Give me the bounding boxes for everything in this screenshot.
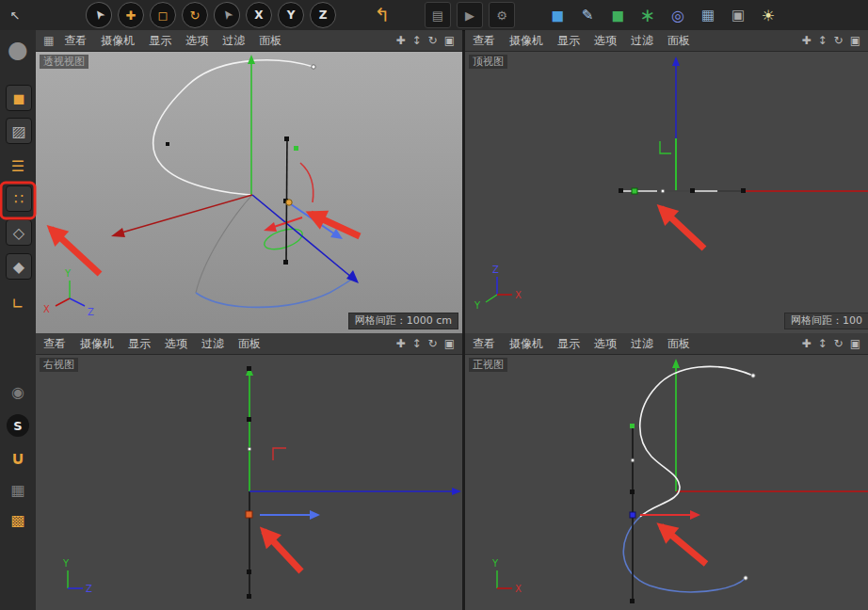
make-editable-icon[interactable]: ●	[3, 34, 33, 64]
array-object-icon[interactable]: ∗	[635, 3, 660, 27]
rotate-view-icon[interactable]: ↻	[428, 337, 438, 350]
viewport-canvas-top[interactable]: Z Y X 顶视图 网格间距：100	[465, 52, 868, 333]
menu-camera[interactable]: 摄像机	[509, 33, 543, 49]
selected-point[interactable]	[294, 146, 298, 151]
subdivision-surface-icon[interactable]: ◼	[605, 3, 630, 27]
menu-view[interactable]: 查看	[64, 33, 87, 49]
spline-endpoint[interactable]	[312, 65, 315, 69]
menu-view[interactable]: 查看	[43, 336, 66, 352]
enable-axis-icon[interactable]: ∟	[3, 288, 33, 318]
menu-view[interactable]: 查看	[473, 33, 495, 49]
selected-point[interactable]	[630, 424, 635, 428]
menu-view[interactable]: 查看	[473, 336, 495, 352]
viewport-canvas-perspective[interactable]: Y X Z 透视视图 网格间距：1000 cm	[36, 52, 462, 333]
move-tool-icon[interactable]: ✚	[118, 2, 144, 28]
menu-camera[interactable]: 摄像机	[80, 336, 114, 352]
texture-mode-icon[interactable]: ▨	[6, 118, 32, 144]
last-tool-icon[interactable]: ➤	[209, 0, 246, 33]
rotate-view-icon[interactable]: ↻	[428, 34, 438, 47]
zoom-view-icon[interactable]: ↕	[412, 34, 422, 47]
magnet-snap-icon[interactable]: ∪	[3, 442, 33, 473]
menu-filter[interactable]: 过滤	[631, 336, 653, 352]
pan-view-icon[interactable]: ✚	[801, 337, 811, 350]
spline-endpoint[interactable]	[744, 576, 747, 580]
viewport-menu-grid-icon[interactable]: ▦	[43, 34, 54, 47]
rotate-tool-icon[interactable]: ↻	[182, 2, 208, 28]
zoom-view-icon[interactable]: ↕	[818, 337, 828, 350]
control-point[interactable]	[248, 447, 251, 451]
control-point[interactable]	[247, 594, 251, 599]
edge-mode-icon[interactable]: ◇	[6, 219, 32, 246]
menu-filter[interactable]: 过滤	[201, 336, 224, 352]
control-point[interactable]	[283, 260, 288, 265]
spline-endpoint[interactable]	[751, 374, 755, 377]
render-view-icon[interactable]: ▤	[425, 2, 451, 28]
floor-object-icon[interactable]: ▦	[696, 3, 720, 27]
render-picture-icon[interactable]: ▶	[457, 2, 483, 28]
menu-panel[interactable]: 面板	[259, 33, 281, 49]
selected-point[interactable]	[632, 188, 637, 194]
lock-x-axis-icon[interactable]: X	[246, 2, 272, 28]
point-mode-icon[interactable]: ∷	[6, 185, 32, 212]
control-point[interactable]	[247, 417, 251, 422]
render-settings-icon[interactable]: ⚙	[489, 2, 515, 28]
menu-display[interactable]: 显示	[128, 336, 151, 352]
workplane-grid-icon[interactable]: ▦	[3, 474, 33, 505]
snap-3d-icon[interactable]: S	[3, 410, 33, 441]
viewport-canvas-right[interactable]: Y Z 右视图	[36, 355, 462, 610]
menu-display[interactable]: 显示	[557, 336, 580, 352]
lock-y-axis-icon[interactable]: Y	[278, 2, 304, 28]
light-object-icon[interactable]: ☀	[756, 3, 780, 27]
live-selection-icon[interactable]: ➤	[81, 0, 118, 33]
selected-point[interactable]	[246, 511, 252, 518]
toggle-view-icon[interactable]: ▣	[850, 337, 860, 350]
rotate-view-icon[interactable]: ↻	[834, 34, 844, 47]
control-point[interactable]	[630, 599, 635, 603]
pan-view-icon[interactable]: ✚	[395, 34, 405, 47]
menu-filter[interactable]: 过滤	[222, 33, 245, 49]
pan-view-icon[interactable]: ✚	[801, 34, 811, 47]
menu-panel[interactable]: 面板	[238, 336, 261, 352]
menu-display[interactable]: 显示	[557, 33, 580, 49]
deformer-icon[interactable]: ◎	[666, 3, 690, 27]
menu-options[interactable]: 选项	[594, 33, 617, 49]
toggle-view-icon[interactable]: ▣	[850, 34, 860, 47]
pan-view-icon[interactable]: ✚	[395, 337, 405, 350]
locked-workplane-icon[interactable]: ▩	[3, 505, 33, 535]
menu-display[interactable]: 显示	[149, 33, 171, 49]
spline-pen-icon[interactable]: ✎	[575, 3, 600, 27]
polygon-mode-icon[interactable]: ◆	[6, 253, 32, 280]
scale-tool-icon[interactable]: ◻	[150, 2, 176, 28]
workplane-mode-icon[interactable]: ☰	[3, 151, 33, 181]
control-point[interactable]	[247, 570, 251, 574]
control-point[interactable]	[630, 490, 635, 494]
primitive-cube-icon[interactable]: ◼	[545, 3, 570, 27]
rotate-view-icon[interactable]: ↻	[834, 337, 844, 350]
control-point[interactable]	[284, 136, 289, 141]
menu-camera[interactable]: 摄像机	[509, 336, 543, 352]
menu-filter[interactable]: 过滤	[631, 33, 653, 49]
viewport-canvas-front[interactable]: Y X 正视图	[465, 355, 868, 610]
model-mode-icon[interactable]: ◼	[6, 85, 32, 111]
control-point[interactable]	[661, 189, 665, 193]
menu-options[interactable]: 选项	[594, 336, 617, 352]
control-point[interactable]	[619, 188, 623, 193]
menu-camera[interactable]: 摄像机	[101, 33, 135, 49]
toggle-view-icon[interactable]: ▣	[444, 337, 455, 350]
control-point[interactable]	[690, 188, 695, 193]
object-origin[interactable]	[286, 200, 292, 205]
camera-object-icon[interactable]: ▣	[726, 3, 750, 27]
undo-icon[interactable]: ↖	[3, 3, 27, 27]
solo-mode-icon[interactable]: ◉	[3, 377, 33, 407]
menu-options[interactable]: 选项	[185, 33, 208, 49]
control-point[interactable]	[741, 188, 746, 193]
toggle-view-icon[interactable]: ▣	[444, 34, 455, 47]
menu-options[interactable]: 选项	[165, 336, 187, 352]
control-point[interactable]	[631, 458, 635, 462]
zoom-view-icon[interactable]: ↕	[818, 34, 828, 47]
lock-z-axis-icon[interactable]: Z	[310, 2, 336, 28]
menu-panel[interactable]: 面板	[667, 33, 690, 49]
selected-point-blue[interactable]	[630, 512, 635, 518]
coordinate-system-icon[interactable]: ↰	[370, 3, 394, 27]
menu-panel[interactable]: 面板	[667, 336, 690, 352]
